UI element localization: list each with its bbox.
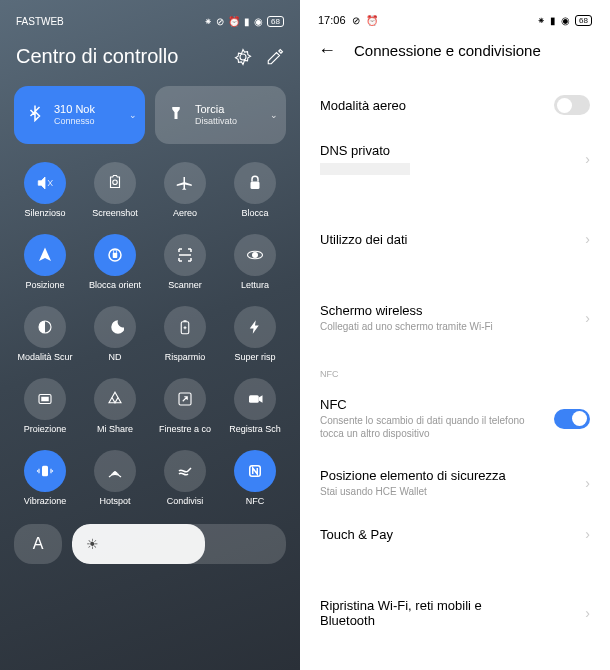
toggle-sharing[interactable]: Condivisi (150, 444, 220, 512)
signal-status-icon: ▮ (550, 15, 556, 26)
toggle-label: Vibrazione (24, 496, 66, 506)
bluetooth-icon (26, 104, 44, 126)
settings-title: Connessione e condivisione (354, 42, 541, 59)
font-size-button[interactable]: A (14, 524, 62, 564)
dnd-status-icon: ⊘ (352, 15, 360, 26)
toggle-label: Blocca (241, 208, 268, 218)
toggle-rotation-lock[interactable]: Blocca orient (80, 228, 150, 296)
toggle-dark-mode[interactable]: Modalità Scur (10, 300, 80, 368)
settings-icon[interactable] (234, 48, 252, 66)
security-element-row[interactable]: Posizione elemento di sicurezza Stai usa… (318, 454, 592, 512)
mishare-icon (94, 378, 136, 420)
toggle-screenshot[interactable]: Screenshot (80, 156, 150, 224)
toggle-label: Hotspot (99, 496, 130, 506)
toggle-airplane[interactable]: Aereo (150, 156, 220, 224)
toggle-super-saver[interactable]: Super risp (220, 300, 290, 368)
touch-pay-row[interactable]: Touch & Pay › (318, 512, 592, 556)
toggle-battery-saver[interactable]: Risparmio (150, 300, 220, 368)
control-center-header: Centro di controllo (10, 45, 290, 80)
battery-status-icon: 68 (267, 16, 284, 27)
bluetooth-tile[interactable]: 310 Nok Connesso ⌄ (14, 86, 145, 144)
brightness-slider[interactable]: ☀ (72, 524, 286, 564)
toggle-reading[interactable]: Lettura (220, 228, 290, 296)
airplane-icon (164, 162, 206, 204)
toggle-lock[interactable]: Blocca (220, 156, 290, 224)
svg-rect-13 (42, 466, 48, 477)
nfc-section-label: NFC (318, 369, 592, 379)
toggle-label: Risparmio (165, 352, 206, 362)
dns-value-redacted (320, 163, 410, 175)
wireless-display-row[interactable]: Schermo wireless Collegati ad uno scherm… (318, 289, 592, 347)
reading-icon (234, 234, 276, 276)
toggle-nfc[interactable]: NFC (220, 444, 290, 512)
toggle-label: Mi Share (97, 424, 133, 434)
toggle-label: Aereo (173, 208, 197, 218)
control-center-screen: FASTWEB ⁕ ⊘ ⏰ ▮ ◉ 68 Centro di controllo (0, 0, 300, 670)
status-bar-right: 17:06 ⊘ ⏰ ⁕ ▮ ◉ 68 (318, 10, 592, 40)
status-icons-left: ⁕ ⊘ ⏰ ▮ ◉ 68 (204, 16, 284, 27)
toggle-vibration[interactable]: Vibrazione (10, 444, 80, 512)
toggle-label: ND (109, 352, 122, 362)
data-usage-row[interactable]: Utilizzo dei dati › (318, 217, 592, 261)
super-saver-icon (234, 306, 276, 348)
toggle-label: Finestre a co (159, 424, 211, 434)
bluetooth-status-icon: ⁕ (537, 15, 545, 26)
bluetooth-status-icon: ⁕ (204, 16, 212, 27)
wifi-status-icon: ◉ (561, 15, 570, 26)
nfc-row[interactable]: NFC Consente lo scambio di dati quando i… (318, 383, 592, 454)
location-icon (24, 234, 66, 276)
edit-icon[interactable] (266, 48, 284, 66)
toggle-hotspot[interactable]: Hotspot (80, 444, 150, 512)
dnd-status-icon: ⊘ (216, 16, 224, 27)
toggle-location[interactable]: Posizione (10, 228, 80, 296)
back-button[interactable]: ← (318, 40, 336, 61)
sharing-icon (164, 450, 206, 492)
toggle-label: NFC (246, 496, 265, 506)
svg-rect-10 (41, 397, 49, 402)
flashlight-icon (167, 104, 185, 126)
wifi-status-icon: ◉ (254, 16, 263, 27)
dnd-icon (94, 306, 136, 348)
chevron-down-icon: ⌄ (270, 110, 278, 120)
chevron-down-icon: ⌄ (129, 110, 137, 120)
toggle-label: Silenzioso (24, 208, 65, 218)
status-bar-left: FASTWEB ⁕ ⊘ ⏰ ▮ ◉ 68 (10, 12, 290, 45)
header-actions (234, 48, 284, 66)
chevron-right-icon: › (585, 526, 590, 542)
toggle-scanner[interactable]: Scanner (150, 228, 220, 296)
airplane-toggle[interactable] (554, 95, 590, 115)
alarm-status-icon: ⏰ (366, 15, 378, 26)
settings-screen: 17:06 ⊘ ⏰ ⁕ ▮ ◉ 68 ← Connessione e condi… (300, 0, 610, 670)
toggle-silent[interactable]: Silenzioso (10, 156, 80, 224)
toggle-dnd[interactable]: ND (80, 300, 150, 368)
scanner-icon (164, 234, 206, 276)
battery-status-icon: 68 (575, 15, 592, 26)
nfc-toggle[interactable] (554, 409, 590, 429)
screen-record-icon (234, 378, 276, 420)
vibration-icon (24, 450, 66, 492)
chevron-right-icon: › (585, 475, 590, 491)
dns-row[interactable]: DNS privato › (318, 129, 592, 189)
bluetooth-tile-sub: Connesso (54, 116, 95, 127)
toggle-label: Screenshot (92, 208, 138, 218)
chevron-right-icon: › (585, 231, 590, 247)
control-center-title: Centro di controllo (16, 45, 178, 68)
signal-status-icon: ▮ (244, 16, 250, 27)
toggle-label: Proiezione (24, 424, 67, 434)
svg-point-0 (113, 180, 118, 185)
toggle-floating[interactable]: Finestre a co (150, 372, 220, 440)
toggle-cast[interactable]: Proiezione (10, 372, 80, 440)
toggle-label: Modalità Scur (17, 352, 72, 362)
svg-rect-1 (251, 182, 260, 190)
alarm-status-icon: ⏰ (228, 16, 240, 27)
svg-rect-12 (249, 395, 259, 403)
reset-row[interactable]: Ripristina Wi-Fi, reti mobili e Bluetoot… (318, 584, 592, 642)
toggle-screen-record[interactable]: Registra Sch (220, 372, 290, 440)
torch-tile-sub: Disattivato (195, 116, 237, 127)
toggle-mishare[interactable]: Mi Share (80, 372, 150, 440)
rotation-lock-icon (94, 234, 136, 276)
torch-tile[interactable]: Torcia Disattivato ⌄ (155, 86, 286, 144)
nfc-icon (234, 450, 276, 492)
toggle-label: Super risp (234, 352, 275, 362)
airplane-mode-row[interactable]: Modalità aereo (318, 81, 592, 129)
